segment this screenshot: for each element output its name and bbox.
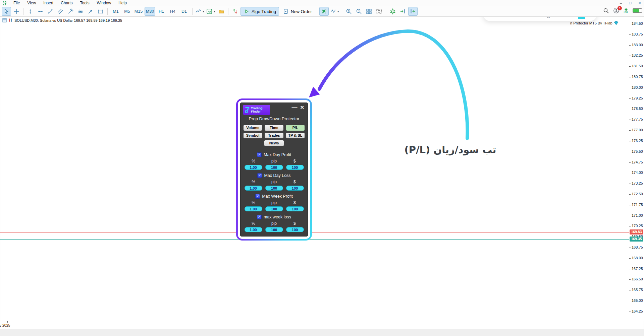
timeframe-h1[interactable]: H1 (156, 7, 167, 16)
input-max-week-profit-[interactable]: 100 (286, 206, 304, 211)
trendline-icon (47, 8, 54, 15)
price-label: 179.25 (632, 96, 643, 100)
input-max-day-loss-[interactable]: 1.00 (245, 186, 262, 191)
timeframe-d1[interactable]: D1 (179, 7, 190, 16)
panel-minimize-button[interactable]: — (289, 105, 299, 110)
input-max-week-loss-[interactable]: 100 (286, 227, 304, 232)
column-label: pip (264, 221, 284, 226)
equidistant-channel-tool-button[interactable] (56, 7, 65, 16)
favorites-star-button[interactable] (388, 7, 397, 16)
candlestick-icon (321, 8, 327, 15)
price-label: 181.50 (632, 64, 643, 68)
crosshair-icon (13, 8, 20, 15)
window-restore-button[interactable]: □ (628, 0, 633, 6)
window-minimize-button[interactable]: – (619, 0, 623, 6)
price-label: 168.00 (632, 256, 643, 260)
panel-close-button[interactable]: ✕ (299, 105, 305, 110)
panel-section-max-week-profit: ✓Max Week Profit%pip$1.00100100 (243, 194, 305, 211)
menu-tools[interactable]: Tools (76, 0, 93, 6)
price-label: 173.25 (632, 181, 643, 185)
timeframe-m1[interactable]: M1 (110, 7, 121, 16)
checkbox-max-week-profit[interactable]: ✓ (255, 194, 260, 199)
panel-tab-symbol[interactable]: Symbol (243, 132, 262, 139)
panel-tab-p-l[interactable]: P/L (286, 125, 305, 131)
timeframe-m5[interactable]: M5 (122, 7, 132, 16)
new-order-button[interactable]: New Order (280, 7, 315, 16)
panel-tab-time[interactable]: Time (264, 125, 283, 131)
panel-body: Trading Finder — ✕ Prop DrawDown Protect… (240, 103, 308, 237)
input-max-day-profit-pip[interactable]: 100 (265, 165, 283, 170)
shapes-tool-button[interactable] (96, 7, 105, 16)
tile-windows-icon (366, 8, 372, 15)
checkbox-max-week-loss[interactable]: ✓ (257, 215, 262, 219)
market-depth-icon[interactable] (2, 18, 7, 22)
zoom-out-button[interactable] (354, 7, 364, 16)
arrow-line-tool-button[interactable] (86, 7, 95, 16)
price-label: 165.00 (632, 298, 643, 303)
input-max-week-loss-pip[interactable]: 100 (265, 227, 283, 232)
new-order-label: New Order (291, 9, 312, 14)
input-max-week-profit-[interactable]: 1.00 (245, 206, 262, 211)
symbol-tabs (0, 329, 644, 336)
timeframe-h4[interactable]: H4 (167, 7, 178, 16)
andrews-pitchfork-tool-button[interactable] (66, 7, 75, 16)
vertical-line-tool-button[interactable] (25, 7, 35, 16)
notifications-button[interactable]: 1 (613, 7, 620, 14)
panel-tab-tp-sl[interactable]: TP & SL (286, 132, 305, 139)
timeframe-m30[interactable]: M30 (145, 7, 155, 16)
input-max-day-loss-pip[interactable]: 100 (265, 186, 283, 191)
checkbox-max-day-profit[interactable]: ✓ (257, 152, 262, 157)
horizontal-line-tool-button[interactable] (36, 7, 45, 16)
menu-window[interactable]: Window (93, 0, 115, 6)
cycle-lines-tool-button[interactable] (76, 7, 85, 16)
menu-help[interactable]: Help (115, 0, 130, 6)
panel-tab-volume[interactable]: Volume (243, 125, 262, 131)
horizontal-line-icon (37, 8, 44, 15)
auto-scroll-icon (410, 8, 416, 15)
window-close-button[interactable]: ✕ (637, 0, 642, 6)
folder-icon (218, 8, 225, 15)
trendline-tool-button[interactable] (46, 7, 55, 16)
prop-drawdown-protector-panel[interactable]: Trading Finder — ✕ Prop DrawDown Protect… (236, 98, 312, 241)
screenshot-button[interactable] (374, 7, 384, 16)
timeframe-group: M1M5M15M30H1H4D1 (110, 7, 190, 16)
chevron-down-icon: ▼ (337, 10, 339, 13)
section-label: max week loss (264, 215, 291, 219)
menu-file[interactable]: File (10, 0, 23, 6)
candlestick-chart-button[interactable] (319, 7, 329, 16)
chart-shift-button[interactable] (398, 7, 408, 16)
date-axis[interactable]: 13 May 2025 (0, 321, 629, 329)
annotation-text: تب سود/زیان (P/L) (404, 144, 496, 155)
input-max-day-profit-[interactable]: 100 (286, 165, 304, 170)
input-max-day-profit-[interactable]: 1.00 (245, 165, 262, 170)
indicator-label: n Protector MT5 By TFlab (570, 21, 619, 25)
algo-trading-button[interactable]: Algo Trading (240, 7, 279, 16)
auto-scroll-button[interactable] (408, 7, 418, 16)
menu-charts[interactable]: Charts (57, 0, 76, 6)
chart-title-row: SOLUSD,M30: Solana vs US Dollar 169.57 1… (2, 18, 122, 22)
menu-insert[interactable]: Insert (40, 0, 57, 6)
timeframe-m15[interactable]: M15 (133, 7, 144, 16)
input-max-week-loss-[interactable]: 1.00 (245, 227, 262, 232)
line-chart-dropdown[interactable]: ▼ (329, 7, 340, 16)
input-max-day-loss-[interactable]: 100 (286, 186, 304, 191)
panel-tab-trades[interactable]: Trades (264, 132, 283, 139)
algo-trading-label: Algo Trading (252, 9, 276, 14)
templates-folder-button[interactable] (217, 7, 226, 16)
input-max-week-profit-pip[interactable]: 100 (265, 206, 283, 211)
search-button[interactable] (603, 8, 609, 14)
price-axis[interactable]: 184.50183.75183.00182.25181.50180.75180.… (629, 17, 644, 321)
indicators-dropdown[interactable]: ▼ (206, 7, 216, 16)
indicators-icon (206, 8, 213, 15)
tile-windows-button[interactable] (364, 7, 374, 16)
buy-sell-arrows-button[interactable] (230, 7, 240, 16)
checkbox-max-day-loss[interactable]: ✓ (257, 173, 262, 178)
menu-view[interactable]: View (23, 0, 40, 6)
chart-type-dropdown[interactable]: ▼ (195, 7, 205, 16)
cursor-tool-button[interactable] (2, 7, 11, 16)
mini-candles-icon[interactable] (8, 18, 13, 22)
panel-tab-news[interactable]: News (264, 140, 284, 146)
vertical-line-icon (27, 8, 34, 15)
crosshair-tool-button[interactable] (12, 7, 21, 16)
zoom-in-button[interactable] (344, 7, 354, 16)
